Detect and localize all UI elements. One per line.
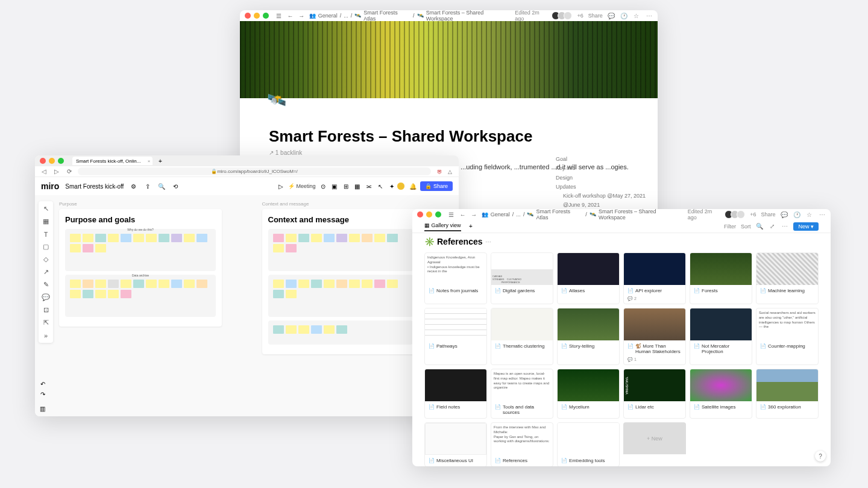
help-button[interactable]: ? — [815, 451, 826, 461]
breadcrumb[interactable]: 👥General/ .../ 🛰️Smart Forests Atlas/ 🛰️… — [482, 209, 684, 221]
reference-card[interactable]: Lidar etc — [623, 369, 686, 419]
updates-icon[interactable]: 🕐 — [793, 211, 800, 219]
select-tool-icon[interactable]: ↖ — [42, 205, 50, 213]
comments-icon[interactable]: 💬 — [608, 12, 615, 20]
more-icon[interactable]: ⋯ — [781, 222, 788, 230]
breadcrumb[interactable]: 👥General/ .../ 🛰️Smart Forests Atlas/ 🛰️… — [309, 10, 511, 22]
more-members[interactable]: +6 — [750, 211, 756, 217]
connect-tool-icon[interactable]: ↗ — [42, 268, 50, 276]
share-button[interactable]: Share — [588, 13, 603, 19]
browser-tab[interactable]: Smart Forests kick-off, Onlin... — [72, 157, 153, 165]
traffic-lights[interactable] — [245, 13, 269, 19]
more-tools-icon[interactable]: » — [42, 331, 50, 339]
reference-card[interactable]: Not Mercator Projection — [690, 308, 752, 365]
reference-card[interactable]: Embedding tools — [557, 422, 620, 466]
more-members[interactable]: +6 — [577, 13, 583, 19]
reference-card[interactable]: Atlases — [557, 252, 620, 304]
pen-tool-icon[interactable]: ✎ — [42, 281, 50, 289]
reference-card[interactable]: Thematic clustering — [491, 308, 553, 365]
favorite-icon[interactable]: ☆ — [805, 211, 813, 219]
reference-card[interactable]: Forests — [690, 252, 752, 304]
page-icon[interactable]: 🛰️ — [267, 91, 288, 109]
reload-icon[interactable]: ⟳ — [65, 167, 73, 175]
more-icon[interactable]: ⋯ — [818, 211, 826, 219]
database-title[interactable]: ✳️ References ⋯ — [412, 233, 831, 250]
back-icon[interactable]: ◁ — [40, 167, 48, 175]
text-tool-icon[interactable]: T — [42, 230, 50, 238]
forward-icon[interactable]: → — [298, 12, 306, 20]
reference-card[interactable]: Mycelium — [557, 369, 620, 419]
apps-icon[interactable]: ▦ — [353, 183, 361, 190]
reference-card[interactable]: API explorer💬 2 — [623, 252, 686, 304]
reference-card[interactable]: Indigenous Knowledges, Arun Agrawal• Ind… — [424, 252, 487, 304]
new-tab-icon[interactable]: + — [156, 157, 164, 165]
search-icon[interactable]: 🔍 — [157, 183, 165, 190]
forward-icon[interactable]: → — [470, 211, 478, 219]
undo-icon[interactable]: ↶ — [39, 380, 46, 388]
shield-icon[interactable]: ⛨ — [436, 167, 444, 175]
miro-panel-purpose[interactable]: Purpose Purpose and goals Why do we do t… — [59, 201, 244, 410]
reference-card[interactable]: Story-telling — [557, 308, 620, 365]
reference-card[interactable]: Social researchers and aid workers are a… — [756, 308, 819, 365]
expand-icon[interactable]: ⤢ — [768, 222, 776, 230]
board-name[interactable]: Smart Forests kick-off — [65, 183, 124, 190]
favorite-icon[interactable]: ☆ — [632, 12, 640, 20]
new-button[interactable]: New ▾ — [793, 222, 819, 231]
reference-card[interactable]: Pathways — [424, 308, 487, 365]
back-icon[interactable]: ← — [286, 12, 294, 20]
reference-card[interactable]: Mapeo is an open source, local-first map… — [491, 369, 553, 419]
reference-card[interactable]: Field notes — [424, 369, 487, 419]
link-icon[interactable]: ⫘ — [365, 183, 373, 190]
user-avatar[interactable] — [397, 182, 405, 190]
presence-avatars[interactable] — [554, 11, 572, 20]
frame-tool-icon[interactable]: ⊡ — [42, 306, 50, 314]
shape-tool-icon[interactable]: ◇ — [42, 255, 50, 263]
reference-card[interactable]: Digital gardens — [491, 252, 553, 304]
comments-icon[interactable]: 💬 — [781, 211, 788, 219]
reference-card[interactable]: 🐒 More Than Human Stakeholders💬 1 — [623, 308, 686, 365]
notifications-icon[interactable]: 🔔 — [409, 183, 417, 190]
settings-icon[interactable]: ⚙ — [130, 183, 137, 190]
templates-icon[interactable]: ▦ — [42, 217, 50, 225]
forward-icon[interactable]: ▷ — [52, 167, 60, 175]
miro-canvas[interactable]: ↖ ▦ T ▢ ◇ ↗ ✎ 💬 ⊡ ⇱ » ↶ ↷ ▥ Purpose Purp… — [35, 195, 459, 416]
comment-tool-icon[interactable]: 💬 — [42, 293, 50, 301]
reference-card[interactable]: + New — [623, 422, 686, 466]
cover-image[interactable]: 🛰️ — [240, 21, 658, 98]
present-icon[interactable]: ▣ — [330, 183, 338, 190]
presence-avatars[interactable] — [727, 210, 745, 219]
back-icon[interactable]: ← — [459, 211, 467, 219]
cursor-icon[interactable]: ↖ — [376, 183, 384, 190]
sidebar-toggle-icon[interactable]: ☰ — [275, 12, 283, 20]
reference-card[interactable]: Miscellaneous UI — [424, 422, 487, 466]
add-view-icon[interactable]: + — [467, 222, 475, 230]
meeting-button[interactable]: ⚡Meeting — [288, 183, 315, 189]
minimap-icon[interactable]: ▥ — [39, 405, 46, 413]
search-icon[interactable]: 🔍 — [755, 222, 763, 230]
gallery-view-tab[interactable]: ▦ Gallery view — [424, 222, 461, 231]
traffic-lights[interactable] — [40, 158, 64, 164]
sticky-tool-icon[interactable]: ▢ — [42, 243, 50, 251]
reference-card[interactable]: From the interview with Max and Michelle… — [491, 422, 553, 466]
upload-tool-icon[interactable]: ⇱ — [42, 319, 50, 327]
reactions-icon[interactable]: ✦ — [388, 183, 395, 190]
updates-icon[interactable]: 🕐 — [620, 12, 628, 20]
reference-card[interactable]: Machine learning — [756, 252, 819, 304]
page-title[interactable]: Smart Forests – Shared Workspace — [269, 127, 629, 146]
url-field[interactable]: 🔒 miro.com/app/board/o9J_lCOSwoM=/ — [78, 167, 431, 175]
more-icon[interactable]: ⋯ — [645, 12, 653, 20]
sort-button[interactable]: Sort — [741, 224, 751, 230]
miro-logo[interactable]: miro — [41, 181, 59, 191]
history-icon[interactable]: ⟲ — [171, 183, 179, 190]
filter-button[interactable]: Filter — [724, 224, 736, 230]
reference-card[interactable]: Satellite images — [690, 369, 752, 419]
share-button[interactable]: Share — [761, 211, 775, 217]
sidebar-toggle-icon[interactable]: ☰ — [447, 211, 455, 219]
play-icon[interactable]: ▷ — [277, 183, 285, 190]
share-button[interactable]: 🔒 Share — [420, 181, 453, 191]
traffic-lights[interactable] — [417, 211, 441, 217]
redo-icon[interactable]: ↷ — [39, 390, 46, 398]
frame-icon[interactable]: ⊞ — [342, 183, 350, 190]
export-icon[interactable]: ⇪ — [143, 183, 151, 190]
timer-icon[interactable]: ⊙ — [319, 183, 327, 190]
